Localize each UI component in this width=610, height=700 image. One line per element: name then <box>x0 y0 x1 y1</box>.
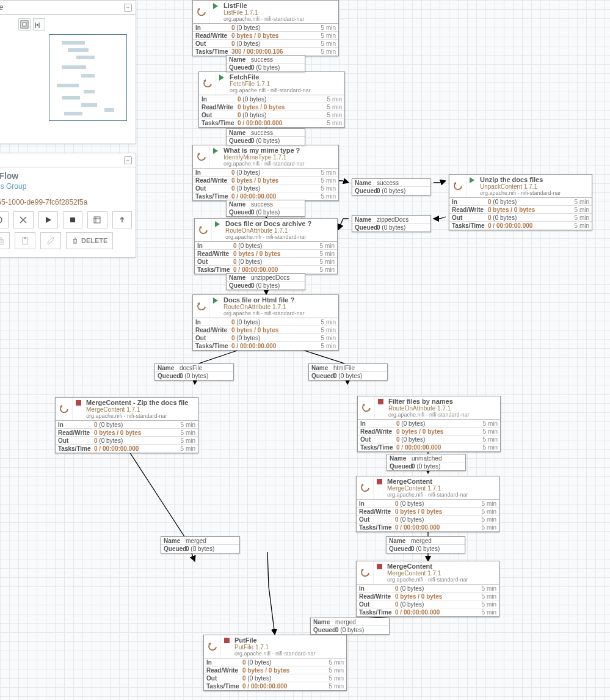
processor-bundle: org.apache.nifi - nifi-standard-nar <box>388 412 498 418</box>
stop-button[interactable] <box>63 211 82 228</box>
processor-putFile[interactable]: PutFile PutFile 1.7.1 org.apache.nifi - … <box>203 635 347 691</box>
svg-text:|•|: |•| <box>35 22 40 28</box>
connection-name: success <box>251 201 305 208</box>
processor-mergeZip[interactable]: MergeContent - Zip the docs file MergeCo… <box>55 397 198 453</box>
processor-state-icon <box>210 295 221 318</box>
svg-rect-0 <box>21 21 28 28</box>
configure-button[interactable] <box>0 211 9 228</box>
processor-title: ListFile <box>223 2 336 9</box>
connection-name: merged <box>411 538 465 544</box>
connection-c1[interactable]: Namesuccess Queued0 (0 bytes) <box>226 55 305 72</box>
copy-button[interactable] <box>0 232 10 249</box>
flow-name: Fi Flow <box>0 171 132 181</box>
processor-icon <box>193 145 210 168</box>
processor-state-icon <box>73 398 84 420</box>
variables-button[interactable] <box>13 211 33 228</box>
processor-icon <box>199 72 216 95</box>
processor-bundle: org.apache.nifi - nifi-standard-nar <box>223 310 336 316</box>
connection-c11[interactable]: Namemerged Queued0 (0 bytes) <box>386 536 465 553</box>
processor-state-icon <box>374 476 385 499</box>
processor-state-icon <box>221 635 232 658</box>
connection-c5[interactable]: NamezippedDocs Queued0 (0 bytes) <box>352 215 431 232</box>
processor-filter[interactable]: Filter files by names RouteOnAttribute 1… <box>357 396 501 452</box>
connection-c3[interactable]: Namesuccess Queued0 (0 bytes) <box>226 200 305 217</box>
paste-button[interactable] <box>15 232 35 249</box>
processor-bundle: org.apache.nifi - nifi-standard-nar <box>86 413 195 419</box>
connection-name: unzippedDocs <box>251 274 305 281</box>
processor-state-icon <box>216 72 227 95</box>
processor-docsArch[interactable]: Docs file or Docs archive ? RouteOnAttri… <box>194 218 338 274</box>
processor-title: Docs file or Docs archive ? <box>225 220 335 227</box>
processor-title: MergeContent <box>387 478 496 485</box>
color-button[interactable] <box>40 232 61 249</box>
processor-docsHtml[interactable]: Docs file or Html file ? RouteOnAttribut… <box>192 294 339 351</box>
connection-c12[interactable]: Namemerged Queued0 (0 bytes) <box>310 618 390 635</box>
processor-title: Unzip the docs files <box>480 176 589 183</box>
flow-canvas[interactable]: gate − |•| ate − Fi Flow cess Group 0165… <box>0 0 610 700</box>
svg-rect-5 <box>70 217 75 222</box>
connection-name: htmlFile <box>333 365 387 371</box>
svg-rect-7 <box>0 238 1 242</box>
processor-type: RouteOnAttribute 1.7.1 <box>223 304 336 310</box>
processor-state-icon <box>375 396 386 419</box>
connection-c9[interactable]: Nameunmatched Queued0 (0 bytes) <box>387 454 466 471</box>
processor-merge1[interactable]: MergeContent MergeContent 1.7.1 org.apac… <box>356 476 499 532</box>
connection-c4[interactable]: Namesuccess Queued0 (0 bytes) <box>352 178 431 195</box>
template-button[interactable] <box>87 211 107 228</box>
svg-rect-1 <box>23 23 26 26</box>
svg-rect-6 <box>94 217 100 223</box>
connection-name: unmatched <box>412 455 465 462</box>
processor-type: RouteOnAttribute 1.7.1 <box>225 227 335 234</box>
minimap[interactable] <box>49 34 127 121</box>
connection-c10[interactable]: Namemerged Queued0 (0 bytes) <box>161 536 240 553</box>
processor-icon <box>193 1 210 23</box>
processor-type: MergeContent 1.7.1 <box>387 485 496 492</box>
processor-icon <box>357 476 374 499</box>
connection-c7[interactable]: NamedocsFile Queued0 (0 bytes) <box>154 363 234 381</box>
processor-unzip[interactable]: Unzip the docs files UnpackContent 1.7.1… <box>449 174 592 230</box>
processor-state-icon <box>210 145 221 168</box>
start-button[interactable] <box>38 211 58 228</box>
processor-bundle: org.apache.nifi - nifi-standard-nar <box>223 16 336 22</box>
connection-name: zippedDocs <box>377 216 430 223</box>
fit-icon[interactable] <box>18 18 31 31</box>
processor-bundle: org.apache.nifi - nifi-standard-nar <box>387 577 496 583</box>
processor-icon <box>358 396 375 419</box>
processor-merge2[interactable]: MergeContent MergeContent 1.7.1 org.apac… <box>356 561 499 617</box>
collapse-icon[interactable]: − <box>124 156 132 164</box>
processor-bundle: org.apache.nifi - nifi-standard-nar <box>230 87 342 93</box>
delete-button[interactable]: DELETE <box>66 232 113 249</box>
svg-point-3 <box>0 217 2 223</box>
processor-state-icon <box>210 1 221 23</box>
component-id: 0165-1000-de99-7fc6f2852f5a <box>0 198 132 206</box>
processor-bundle: org.apache.nifi - nifi-standard-nar <box>234 651 344 657</box>
processor-bundle: org.apache.nifi - nifi-standard-nar <box>387 492 496 498</box>
connection-c2[interactable]: Namesuccess Queued0 (0 bytes) <box>226 128 305 145</box>
processor-title: MergeContent <box>387 563 496 570</box>
processor-type: ListFile 1.7.1 <box>223 9 336 16</box>
collapse-icon[interactable]: − <box>124 4 132 12</box>
upload-template-button[interactable] <box>112 211 132 228</box>
processor-title: PutFile <box>234 636 344 644</box>
process-group-label: cess Group <box>0 182 132 191</box>
processor-listFile[interactable]: ListFile ListFile 1.7.1 org.apache.nifi … <box>192 0 339 56</box>
processor-icon <box>56 398 73 420</box>
connection-c6[interactable]: NameunzippedDocs Queued0 (0 bytes) <box>226 273 305 290</box>
navigate-panel: gate − |•| <box>0 0 136 144</box>
navigate-title: gate <box>0 3 3 12</box>
processor-mime[interactable]: What is my mime type ? IdentifyMimeType … <box>192 145 339 201</box>
processor-title: FetchFile <box>230 73 342 81</box>
processor-type: FetchFile 1.7.1 <box>230 81 342 87</box>
processor-title: What is my mime type ? <box>223 147 336 154</box>
processor-icon <box>193 295 210 318</box>
processor-icon <box>195 219 212 241</box>
connection-c8[interactable]: NamehtmlFile Queued0 (0 bytes) <box>308 363 388 381</box>
processor-fetchFile[interactable]: FetchFile FetchFile 1.7.1 org.apache.nif… <box>198 71 345 128</box>
actual-size-icon[interactable]: |•| <box>33 18 45 31</box>
processor-type: MergeContent 1.7.1 <box>387 570 496 577</box>
processor-bundle: org.apache.nifi - nifi-standard-nar <box>480 190 589 196</box>
processor-bundle: org.apache.nifi - nifi-standard-nar <box>223 161 336 167</box>
connection-name: success <box>251 129 305 136</box>
processor-state-icon <box>212 219 223 241</box>
processor-icon <box>449 175 467 197</box>
